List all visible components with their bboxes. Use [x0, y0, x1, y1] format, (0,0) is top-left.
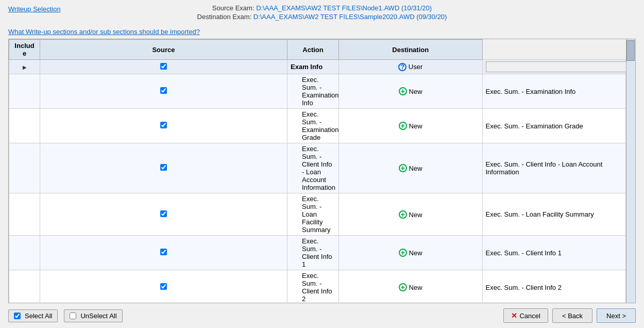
- row-checkbox[interactable]: [160, 164, 167, 171]
- row-action-cell[interactable]: + New: [339, 193, 483, 236]
- row-source-cell: Exec. Sum. - Client Info 1: [287, 236, 339, 270]
- back-button[interactable]: < Back: [552, 308, 592, 323]
- row-checkbox[interactable]: [160, 249, 167, 255]
- next-button[interactable]: Next >: [597, 308, 636, 323]
- row-dest-cell: Exec. Sum. - Client Info 2: [482, 270, 626, 303]
- row-source-cell: Exec. Sum. - Loan Facility Summary: [287, 193, 339, 236]
- footer-right-buttons: ✕ Cancel < Back Next >: [503, 308, 636, 323]
- row-arrow-empty: [9, 193, 40, 236]
- row-arrow-empty: [9, 270, 40, 303]
- source-exam-line: Source Exam: D:\AAA_EXAMS\AW2 TEST FILES…: [8, 4, 636, 12]
- row-source-cell: Exec. Sum. - Client Info 2: [287, 270, 339, 303]
- row-include-cell[interactable]: [40, 270, 287, 303]
- plus-icon: +: [399, 87, 407, 95]
- row-checkbox[interactable]: [160, 210, 167, 217]
- row-action-cell[interactable]: ? User: [339, 60, 483, 74]
- question-icon[interactable]: ?: [398, 63, 406, 71]
- row-include-cell[interactable]: [40, 236, 287, 270]
- row-arrow-empty: [9, 236, 40, 270]
- dest-exam-line: Destination Exam: D:\AAA_EXAMS\AW2 TEST …: [8, 13, 636, 21]
- plus-icon: +: [399, 249, 407, 257]
- row-checkbox[interactable]: [160, 122, 167, 128]
- row-dest-cell: Exec. Sum. - Examination Grade: [482, 109, 626, 143]
- row-dest-cell: Exec. Sum. - Examination Info: [482, 74, 626, 109]
- row-arrow-empty: [9, 143, 40, 193]
- plus-icon: +: [399, 164, 407, 172]
- col-include: Include: [9, 40, 40, 60]
- row-checkbox[interactable]: [160, 63, 167, 70]
- plus-icon: +: [399, 283, 407, 291]
- row-include-cell[interactable]: [40, 74, 287, 109]
- row-dest-cell: Exec. Sum. - Loan Facility Summary: [482, 193, 626, 236]
- plus-icon: +: [399, 122, 407, 130]
- col-action: Action: [287, 40, 339, 60]
- row-action-cell[interactable]: + New: [339, 143, 483, 193]
- row-include-cell[interactable]: [40, 193, 287, 236]
- row-source-cell: Exec. Sum. - Client Info - Loan Account …: [287, 143, 339, 193]
- dest-dropdown[interactable]: [486, 61, 626, 72]
- row-action-cell[interactable]: + New: [339, 109, 483, 143]
- select-all-checkbox[interactable]: [14, 313, 21, 319]
- row-include-cell[interactable]: [40, 143, 287, 193]
- row-checkbox[interactable]: [160, 87, 167, 94]
- row-dest-cell[interactable]: [482, 60, 626, 74]
- row-arrow-empty: [9, 74, 40, 109]
- row-source-cell: Exec. Sum. - Examination Grade: [287, 109, 339, 143]
- main-table-container: Include Source Action Destination ▶Exam …: [8, 39, 636, 303]
- cancel-button[interactable]: ✕ Cancel: [503, 308, 548, 323]
- row-arrow-empty: [9, 109, 40, 143]
- row-source-cell: Exec. Sum. - Examination Info: [287, 74, 339, 109]
- row-dest-cell: Exec. Sum. - Client Info 1: [482, 236, 626, 270]
- footer: Select All UnSelect All ✕ Cancel < Back …: [0, 303, 644, 328]
- row-source-cell: Exam Info: [287, 60, 339, 74]
- footer-left-buttons: Select All UnSelect All: [8, 309, 123, 322]
- select-all-button[interactable]: Select All: [8, 309, 58, 322]
- col-source: Source: [40, 40, 287, 60]
- writeup-selection-link[interactable]: Writeup Selection: [8, 5, 61, 13]
- scrollbar[interactable]: [626, 39, 635, 303]
- plus-icon: +: [399, 210, 407, 219]
- cancel-x-icon: ✕: [511, 311, 517, 320]
- row-action-cell[interactable]: + New: [339, 74, 483, 109]
- question-text[interactable]: What Write-up sections and/or sub sectio…: [0, 24, 644, 39]
- col-destination: Destination: [339, 40, 483, 60]
- row-action-cell[interactable]: + New: [339, 236, 483, 270]
- table-scroll-area[interactable]: Include Source Action Destination ▶Exam …: [9, 39, 626, 303]
- row-include-cell[interactable]: [40, 109, 287, 143]
- unselect-all-button[interactable]: UnSelect All: [64, 309, 122, 322]
- unselect-all-checkbox[interactable]: [70, 313, 76, 319]
- row-expand-cell[interactable]: ▶: [9, 60, 40, 74]
- row-dest-cell: Exec. Sum. - Client Info - Loan Account …: [482, 143, 626, 193]
- row-action-cell[interactable]: + New: [339, 270, 483, 303]
- row-checkbox[interactable]: [160, 283, 167, 290]
- writeup-table: Include Source Action Destination ▶Exam …: [9, 39, 626, 303]
- row-include-cell[interactable]: [40, 60, 287, 74]
